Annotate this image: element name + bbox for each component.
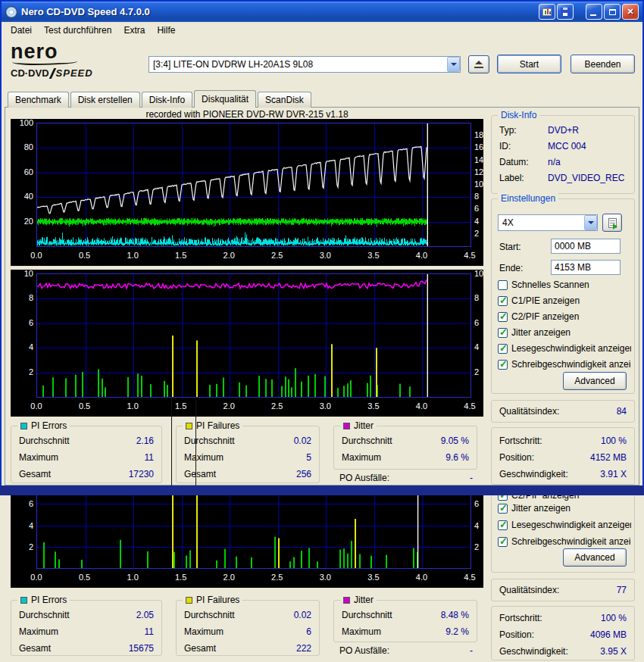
chart-icon [542, 8, 552, 16]
axis-tick-label: 3.5 [363, 251, 384, 260]
checkbox-schnelles-scannen[interactable]: Schnelles Scannen [498, 279, 631, 290]
checkbox-c2-pif-anzeigen[interactable]: C2/PIF anzeigen [498, 311, 631, 322]
stat-row: Maximum11 [19, 626, 154, 637]
checkbox[interactable] [498, 296, 508, 306]
pi-errors-panel-frag: PI Errors Durchschnitt2.05 Maximum11 Ges… [11, 600, 162, 656]
axis-tick-label: 12 [474, 167, 486, 176]
checkbox-schreibgeschwindigkeit-frag[interactable]: Schreibgeschwindigkeit anzeigen [498, 536, 631, 547]
axis-tick-label: 1.5 [170, 251, 192, 260]
jitter-swatch [343, 597, 350, 604]
axis-tick-label: 2.0 [218, 251, 239, 260]
axis-tick-label: 1.5 [170, 401, 192, 411]
tab-scandisk[interactable]: ScanDisk [258, 92, 311, 108]
progress-row: Position:4152 MB [499, 452, 627, 463]
axis-tick-label: 4.0 [411, 401, 432, 411]
axis-tick-label: 60 [12, 167, 33, 176]
copy-chart-button[interactable] [539, 4, 555, 20]
advanced-button[interactable]: Advanced [563, 372, 627, 390]
axis-tick-label: 4 [12, 521, 33, 530]
jitter-panel: Jitter Durchschnitt9.05 % Maximum9.6 % [333, 426, 477, 470]
progress-row: Fortschritt:100 % [499, 436, 627, 446]
checkbox-c1-pie-anzeigen[interactable]: C1/PIE anzeigen [498, 295, 631, 306]
settings-panel: Einstellungen 4X Start: Ende: Schnelles … [491, 198, 635, 394]
start-mb-input[interactable] [551, 239, 621, 254]
title-bar: Nero CD-DVD Speed 4.7.0.0 ✕ [2, 2, 642, 22]
start-button[interactable]: Start [497, 55, 561, 73]
quit-button[interactable]: Beenden [571, 55, 635, 73]
end-mb-label: Ende: [499, 263, 523, 273]
axis-tick-label: 6 [474, 204, 486, 213]
checkbox[interactable] [498, 360, 508, 370]
axis-tick-label: 3.0 [314, 251, 336, 260]
checkbox[interactable] [498, 520, 508, 530]
pi-errors-swatch [20, 597, 27, 604]
tab-benchmark[interactable]: Benchmark [8, 92, 69, 108]
end-mb-input[interactable] [551, 260, 621, 275]
checkbox-jitter-anzeigen-frag[interactable]: Jitter anzeigen [498, 503, 631, 514]
progress-row: Geschwindigkeit:3.91 X [499, 469, 627, 479]
progress-row: Geschwindigkeit:3.95 X [499, 646, 627, 657]
axis-tick-label: 3.0 [314, 573, 336, 582]
axis-tick-label: 4.0 [411, 573, 432, 582]
eject-button[interactable] [468, 55, 489, 73]
axis-tick-label: 0.0 [26, 251, 47, 260]
checkbox[interactable] [498, 280, 508, 290]
drive-select-arrow[interactable] [447, 57, 460, 72]
eject-icon [474, 61, 484, 69]
stat-row: Durchschnitt8.48 % [342, 610, 469, 620]
speed-select-value: 4X [502, 217, 514, 228]
axis-tick-label: 40 [12, 192, 33, 201]
pif-jitter-chart-panel: 1086421086420.00.51.01.52.02.53.03.54.04… [11, 270, 483, 417]
axis-tick-label: 10 [474, 269, 486, 278]
checkbox-jitter-anzeigen[interactable]: Jitter anzeigen [498, 327, 631, 338]
drive-select[interactable]: [3:4] LITE-ON DVDRW LH-20A1S 9L08 [148, 56, 461, 73]
axis-tick-label: 1.0 [122, 401, 143, 411]
refresh-button[interactable] [602, 214, 622, 232]
axis-tick-label: 8 [12, 293, 33, 302]
stat-row: Maximum5 [184, 452, 311, 463]
menu-item-hilfe[interactable]: Hilfe [151, 23, 181, 38]
pi-failures-panel-frag: PI Failures Durchschnitt0.02 Maximum6 Ge… [176, 600, 320, 656]
pif-chart-fragment-canvas [37, 495, 470, 568]
checkbox-schreibgeschwindigkeit[interactable]: Schreibgeschwindigkeit anzeigen [498, 359, 631, 370]
tab-disk-info[interactable]: Disk-Info [142, 92, 192, 108]
tab-diskqualitaet[interactable]: Diskqualität [194, 90, 256, 108]
speed-select[interactable]: 4X [498, 214, 598, 231]
save-results-button[interactable] [557, 4, 574, 20]
axis-tick-label: 6 [12, 318, 33, 327]
speed-pi-chart-plot [36, 123, 471, 247]
quality-index-row: Qualitätsindex:77 [499, 585, 627, 595]
checkbox-lesegeschwindigkeit-frag[interactable]: Lesegeschwindigkeit anzeigen [498, 520, 631, 530]
checkbox[interactable] [498, 312, 508, 322]
jitter-swatch [343, 423, 350, 429]
axis-tick-label: 2.0 [218, 573, 239, 582]
axis-tick-label: 2 [474, 367, 486, 376]
axis-tick-label: 4 [474, 217, 486, 226]
checkbox[interactable] [498, 504, 508, 514]
close-button[interactable]: ✕ [622, 4, 639, 20]
checkbox-lesegeschwindigkeit[interactable]: Lesegeschwindigkeit anzeigen [498, 343, 631, 354]
menu-item-datei[interactable]: Datei [5, 23, 38, 38]
checkbox[interactable] [498, 344, 508, 354]
axis-tick-label: 20 [12, 217, 33, 226]
jitter-title: Jitter [354, 420, 374, 431]
chevron-down-icon [588, 221, 594, 224]
nero-logo-slash [48, 68, 56, 79]
axis-tick-label: 6 [474, 499, 486, 508]
stat-row: Gesamt15675 [19, 643, 154, 654]
progress-panel: Fortschritt:100 % Position:4152 MB Gesch… [491, 427, 635, 485]
quality-index-panel-frag: Qualitätsindex:77 [491, 579, 635, 601]
advanced-button-frag[interactable]: Advanced [563, 548, 627, 567]
menu-item-extra[interactable]: Extra [117, 23, 151, 38]
maximize-button[interactable] [604, 4, 621, 20]
checkbox[interactable] [498, 328, 508, 338]
axis-tick-label: 2 [474, 542, 486, 551]
axis-tick-label: 2.0 [218, 401, 239, 411]
checkbox[interactable] [498, 537, 508, 547]
speed-select-arrow[interactable] [584, 215, 597, 230]
axis-tick-label: 0.0 [26, 573, 47, 582]
minimize-button[interactable] [586, 4, 602, 20]
pi-errors-panel: PI Errors Durchschnitt2.16 Maximum11 Ges… [11, 426, 162, 483]
tab-disk-erstellen[interactable]: Disk erstellen [70, 92, 140, 108]
menu-item-test-durchfuehren[interactable]: Test durchführen [38, 23, 117, 38]
